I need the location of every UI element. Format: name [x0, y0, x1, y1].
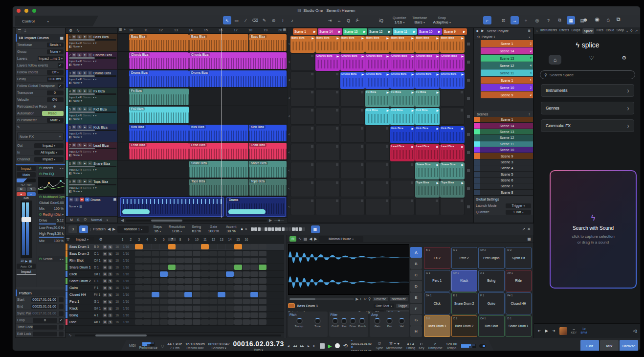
highfreq-row[interactable]: High Freq8.30 k: [38, 231, 65, 236]
clip-play-icon[interactable]: ▶: [436, 181, 439, 184]
clip-play-icon[interactable]: ▶: [386, 54, 389, 58]
scene-row[interactable]: Scene 7: [474, 183, 533, 189]
bank-button[interactable]: B: [410, 258, 422, 269]
track-button[interactable]: S: [77, 71, 82, 75]
launcher-cell[interactable]: Bass Biza▶: [315, 36, 340, 53]
pattern-clip[interactable]: Drums: [226, 197, 286, 217]
track-header[interactable]: 6 MS●◐ Kick Biza Input L+RStereo◑▾ ◧None…: [66, 124, 117, 142]
step-led[interactable]: [261, 227, 264, 231]
drum-name[interactable]: Klack: [67, 307, 94, 310]
repeat-count[interactable]: 4: [530, 71, 532, 74]
step-cell[interactable]: [243, 251, 250, 256]
launcher-cell[interactable]: ▶: [315, 126, 340, 143]
clip-play-icon[interactable]: ▶: [361, 72, 364, 76]
monitor-icon[interactable]: ◑: [92, 78, 94, 81]
playlist-name[interactable]: Playlist 1: [482, 35, 495, 39]
clip-play-icon[interactable]: ▶: [461, 163, 464, 166]
knob[interactable]: Res: [341, 318, 347, 328]
step-cell[interactable]: [243, 312, 250, 318]
launcher-cell[interactable]: Fx Biza▶: [415, 90, 440, 107]
launcher-cell[interactable]: Fx2 Biza▶: [365, 108, 390, 125]
scene-color-swatch[interactable]: [474, 183, 480, 189]
step-cell[interactable]: [209, 285, 217, 290]
transpose-display[interactable]: 2Transpose: [427, 342, 442, 350]
step-cell[interactable]: [226, 278, 234, 284]
automation-lane-icon[interactable]: ∿: [68, 333, 72, 337]
launcher-cell[interactable]: Chords Biza▶: [315, 54, 340, 71]
scene-play-icon[interactable]: ▶: [363, 30, 366, 34]
step-cell[interactable]: [135, 285, 143, 290]
repeat-count[interactable]: 2: [530, 42, 532, 45]
step-cell[interactable]: [218, 292, 225, 297]
step-cell[interactable]: [193, 251, 200, 256]
step-cell[interactable]: [135, 244, 143, 249]
fader-handle[interactable]: [22, 217, 31, 222]
bank-button[interactable]: H: [410, 326, 422, 337]
options-icon[interactable]: ≣: [528, 29, 531, 33]
io-row[interactable]: ChannelImpact▾: [16, 156, 65, 163]
snap-dropdown[interactable]: Quantize1/16 ▾: [393, 16, 406, 24]
loop-icon[interactable]: ⟲: [477, 35, 480, 39]
step-cell[interactable]: [135, 271, 143, 277]
track-lane[interactable]: Chords BizaChords Biza: [118, 52, 287, 70]
audio-clip[interactable]: Lead Biza: [129, 143, 189, 159]
prev-bar-button[interactable]: ◂: [288, 344, 289, 348]
launcher-cell[interactable]: Lead Biza▶: [440, 144, 465, 161]
sends-header[interactable]: ⏻ Sends▾ +: [38, 256, 65, 262]
step-cell[interactable]: [243, 278, 250, 284]
clip-play-icon[interactable]: ▶: [436, 109, 439, 112]
play-icon[interactable]: ▶: [545, 329, 548, 333]
browser-tab[interactable]: Instruments: [540, 28, 557, 34]
clip-play-icon[interactable]: ▶: [461, 36, 464, 40]
step-cell[interactable]: [143, 271, 151, 277]
launcher-cell[interactable]: ▶: [440, 108, 465, 125]
pattern-prop-row[interactable]: Edit Lock: [16, 331, 65, 337]
track-button[interactable]: ●: [83, 179, 87, 183]
macro-tab[interactable]: Control▾: [15, 16, 98, 26]
launcher-cell[interactable]: ▶: [290, 144, 315, 161]
step-cell[interactable]: [193, 319, 200, 325]
launcher-cell[interactable]: Bass Biza▶: [340, 36, 365, 53]
swing-control[interactable]: Swing63 %: [192, 225, 201, 233]
clip-play-icon[interactable]: ▶: [461, 54, 464, 58]
track-button[interactable]: ●: [83, 161, 87, 165]
row-mute[interactable]: M: [103, 272, 107, 276]
mute-button[interactable]: M: [17, 187, 26, 191]
step-cell[interactable]: [201, 306, 209, 311]
close-window-button[interactable]: [17, 9, 21, 13]
step-cell[interactable]: [143, 299, 151, 304]
step-cell[interactable]: [250, 285, 258, 290]
browser-tab[interactable]: Files: [597, 28, 603, 34]
scene-color-swatch[interactable]: [474, 178, 480, 183]
pattern-prop-row[interactable]: Start00017.01.01.00: [16, 296, 65, 303]
launcher-cell[interactable]: Kick Biza▶: [390, 126, 415, 143]
step-cell[interactable]: [168, 244, 176, 249]
audio-clip[interactable]: Snare Biza: [189, 161, 248, 178]
scene-row[interactable]: Scene 10: [474, 147, 533, 153]
sort-icon[interactable]: ↑: [529, 112, 531, 116]
inspector-param-row[interactable]: LayersImpact ...ms 1▾: [16, 55, 65, 62]
step-cell[interactable]: [152, 265, 159, 270]
browser-tab[interactable]: Shop: [617, 28, 624, 34]
row-solo[interactable]: S: [108, 252, 112, 256]
step-cell[interactable]: [250, 312, 258, 318]
step-cell[interactable]: [160, 285, 168, 290]
pattern-scrollbar[interactable]: [75, 335, 281, 336]
bank-button[interactable]: E: [410, 292, 422, 303]
launcher-cell[interactable]: Snare Biza▶: [415, 162, 440, 179]
launcher-cell[interactable]: Bass Biza▶: [390, 36, 415, 53]
step-cell[interactable]: [259, 319, 266, 325]
step-cell[interactable]: [209, 265, 217, 270]
step-cell[interactable]: [201, 319, 209, 325]
clip-play-icon[interactable]: ▶: [461, 127, 464, 130]
wrench-icon[interactable]: ⚙: [69, 28, 72, 33]
step-led[interactable]: [275, 227, 278, 231]
step-cell[interactable]: [234, 292, 242, 297]
launcher-cell[interactable]: ▶: [340, 144, 365, 161]
return-to-start-button[interactable]: ⇤: [313, 344, 316, 348]
step-cell[interactable]: [168, 306, 176, 311]
audio-clip[interactable]: Lead Biza: [249, 143, 287, 159]
clip-play-icon[interactable]: ▶: [386, 36, 389, 40]
step-cell[interactable]: [234, 299, 242, 304]
checkbox[interactable]: [59, 297, 64, 302]
